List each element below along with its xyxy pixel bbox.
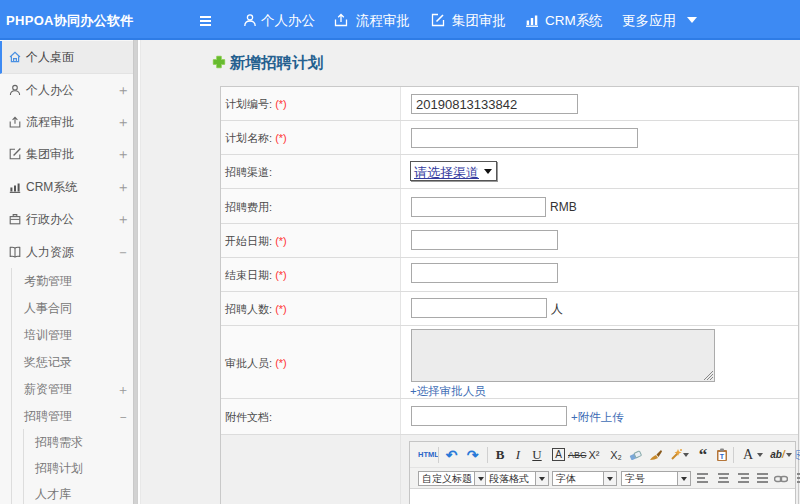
- svg-text:T: T: [720, 453, 725, 460]
